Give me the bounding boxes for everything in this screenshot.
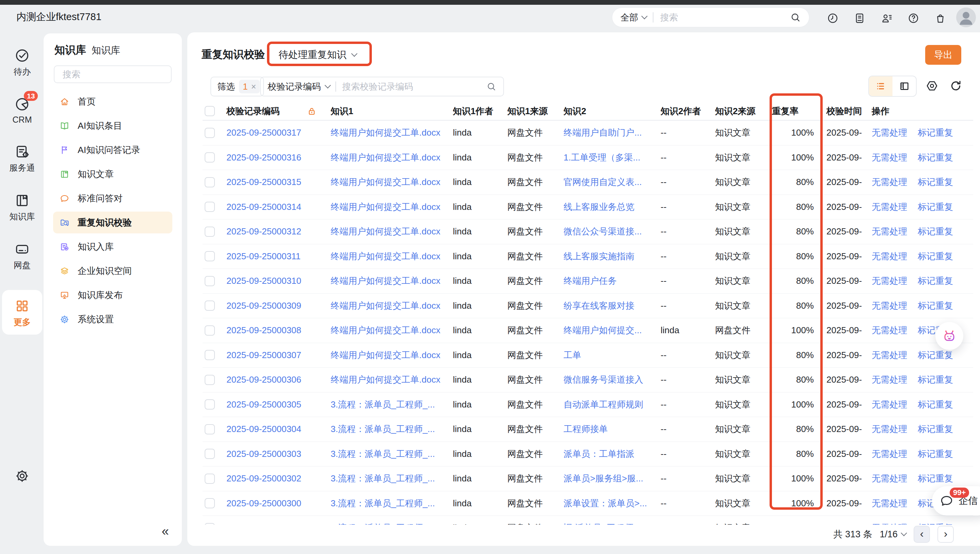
sidebar-collapse-button[interactable]: « (162, 525, 169, 538)
row-checkbox[interactable] (205, 498, 215, 508)
record-code-link[interactable]: 2025-09-25000312 (226, 226, 301, 237)
prev-page-button[interactable]: ‹ (913, 526, 930, 543)
no-action-link[interactable]: 无需处理 (872, 127, 907, 139)
knowledge2-link[interactable]: 自动派单工程师规则 (563, 399, 643, 410)
row-checkbox[interactable] (205, 251, 215, 261)
mark-duplicate-link[interactable]: 标记重复 (918, 176, 953, 188)
row-checkbox[interactable] (205, 300, 215, 311)
record-code-link[interactable]: 2025-09-25000309 (226, 300, 301, 311)
record-code-link[interactable]: 2025-09-25000311 (226, 251, 301, 262)
record-code-link[interactable]: 2025-09-25000300 (226, 498, 301, 509)
rail-item-CRM[interactable]: 13 CRM (2, 96, 42, 125)
bag-icon[interactable] (934, 12, 946, 24)
row-checkbox[interactable] (205, 424, 215, 434)
row-checkbox[interactable] (205, 399, 215, 410)
row-checkbox[interactable] (205, 177, 215, 187)
filter-count-tag[interactable]: 1 × (239, 80, 260, 93)
sidebar-search-input[interactable] (62, 69, 164, 80)
knowledge1-link[interactable]: 终端用户如何提交工单.docx (331, 152, 440, 163)
no-action-link[interactable]: 无需处理 (872, 225, 907, 238)
help-icon[interactable] (907, 12, 920, 24)
contacts-icon[interactable] (881, 12, 892, 24)
knowledge1-link[interactable]: 终端用户如何提交工单.docx (331, 374, 440, 385)
knowledge2-link[interactable]: 旧 派单员>工程师 (563, 523, 633, 525)
no-action-link[interactable]: 无需处理 (872, 300, 907, 312)
no-action-link[interactable]: 无需处理 (872, 152, 907, 164)
sidebar-item-知识库发布[interactable]: 知识库发布 (53, 284, 172, 306)
export-button[interactable]: 导出 (925, 45, 961, 65)
record-code-link[interactable]: 2025-09-25000315 (226, 177, 301, 187)
global-search-input[interactable] (660, 12, 790, 23)
sidebar-item-知识文章[interactable]: 知识文章 (53, 163, 172, 185)
row-checkbox[interactable] (205, 326, 215, 335)
row-checkbox[interactable] (205, 202, 215, 212)
mark-duplicate-link[interactable]: 标记重复 (918, 423, 953, 435)
knowledge1-link[interactable]: 终端用户如何提交工单.docx (331, 300, 440, 311)
knowledge1-link[interactable]: 3.流程：派单员_工程师_... (331, 498, 435, 508)
rail-item-网盘[interactable]: 网盘 (2, 241, 42, 271)
record-code-link[interactable]: 2025-09-25000307 (226, 350, 301, 361)
mark-duplicate-link[interactable]: 标记重复 (918, 127, 953, 139)
sidebar-item-首页[interactable]: 首页 (53, 91, 172, 112)
knowledge2-link[interactable]: 1.工单受理（多渠... (563, 152, 640, 163)
workbench-icon[interactable] (854, 12, 865, 24)
no-action-link[interactable]: 无需处理 (872, 522, 907, 525)
no-action-link[interactable]: 无需处理 (872, 448, 907, 460)
knowledge1-link[interactable]: 终端用户如何提交工单.docx (331, 350, 440, 360)
knowledge1-link[interactable]: 终端用户如何提交工单.docx (331, 226, 440, 236)
global-search[interactable]: 全部 (612, 8, 810, 27)
knowledge1-link[interactable]: 终端用户如何提交工单.docx (331, 177, 440, 187)
knowledge1-link[interactable]: 终端用户如何提交工单.docx (331, 202, 440, 212)
knowledge2-link[interactable]: 派单员>服务组>服... (563, 473, 643, 484)
knowledge2-link[interactable]: 派单员：工单指派 (563, 449, 635, 459)
sidebar-item-重复知识校验[interactable]: 重复知识校验 (53, 212, 172, 233)
knowledge2-link[interactable]: 终端用户如何提交... (563, 325, 642, 335)
ai-assistant-button[interactable] (935, 322, 963, 350)
knowledge1-link[interactable]: 终端用户如何提交工单.docx (331, 276, 440, 286)
record-code-link[interactable]: 2025-09-25000306 (226, 374, 301, 385)
knowledge2-link[interactable]: 微信公众号渠道接... (563, 226, 642, 236)
mark-duplicate-link[interactable]: 标记重复 (918, 251, 953, 262)
mark-duplicate-link[interactable]: 标记重复 (918, 300, 953, 312)
row-checkbox[interactable] (205, 227, 215, 237)
no-action-link[interactable]: 无需处理 (872, 176, 907, 188)
knowledge1-link[interactable]: 3.流程：派单员_工程师_... (331, 449, 435, 459)
clock-icon[interactable] (827, 12, 839, 24)
mark-duplicate-link[interactable]: 标记重复 (918, 349, 953, 361)
mark-duplicate-link[interactable]: 标记重复 (918, 152, 953, 164)
no-action-link[interactable]: 无需处理 (872, 275, 907, 287)
search-scope-select[interactable]: 全部 (620, 11, 647, 24)
knowledge2-link[interactable]: 纷享在线客服对接 (563, 300, 635, 311)
rail-item-服务通[interactable]: 服务通 (2, 144, 42, 173)
scope-dropdown[interactable]: 待处理重复知识 (278, 48, 356, 61)
sidebar-item-标准问答对[interactable]: 标准问答对 (53, 187, 172, 209)
no-action-link[interactable]: 无需处理 (872, 374, 907, 386)
close-icon[interactable]: × (251, 82, 256, 92)
knowledge1-link[interactable]: 3.流程：派单员_工程师_... (331, 399, 435, 410)
knowledge2-link[interactable]: 工单 (563, 350, 581, 360)
record-search-input[interactable] (342, 81, 486, 92)
knowledge2-link[interactable]: 派单设置：派单员>... (563, 498, 647, 508)
knowledge2-link[interactable]: 线上客服业务总览 (563, 202, 635, 212)
record-code-link[interactable]: 2025-09-25000302 (226, 473, 301, 484)
row-checkbox[interactable] (205, 350, 215, 360)
no-action-link[interactable]: 无需处理 (872, 349, 907, 361)
record-code-link[interactable]: 2025-09-25000310 (226, 276, 301, 286)
mark-duplicate-link[interactable]: 标记重复 (918, 399, 953, 410)
sidebar-search[interactable] (54, 65, 172, 83)
row-checkbox[interactable] (205, 523, 215, 525)
board-view-button[interactable] (892, 76, 916, 96)
knowledge2-link[interactable]: 线上客服实施指南 (563, 251, 635, 261)
knowledge1-link[interactable]: 终端用户如何提交工单.docx (331, 128, 440, 138)
mark-duplicate-link[interactable]: 标记重复 (918, 374, 953, 386)
mark-duplicate-link[interactable]: 标记重复 (918, 473, 953, 484)
no-action-link[interactable]: 无需处理 (872, 399, 907, 410)
knowledge1-link[interactable]: 3.流程：派单员_工程师_... (331, 473, 435, 484)
row-checkbox[interactable] (205, 474, 215, 484)
knowledge2-link[interactable]: 微信服务号渠道接入 (563, 374, 643, 385)
record-code-link[interactable]: 2025-09-25000316 (226, 152, 301, 163)
row-checkbox[interactable] (205, 128, 215, 138)
knowledge2-link[interactable]: 终端用户任务 (563, 276, 617, 286)
knowledge1-link[interactable]: 3.流程：派单员_工程师 (331, 523, 423, 525)
record-code-link[interactable]: 2025-09-25000308 (226, 325, 301, 335)
